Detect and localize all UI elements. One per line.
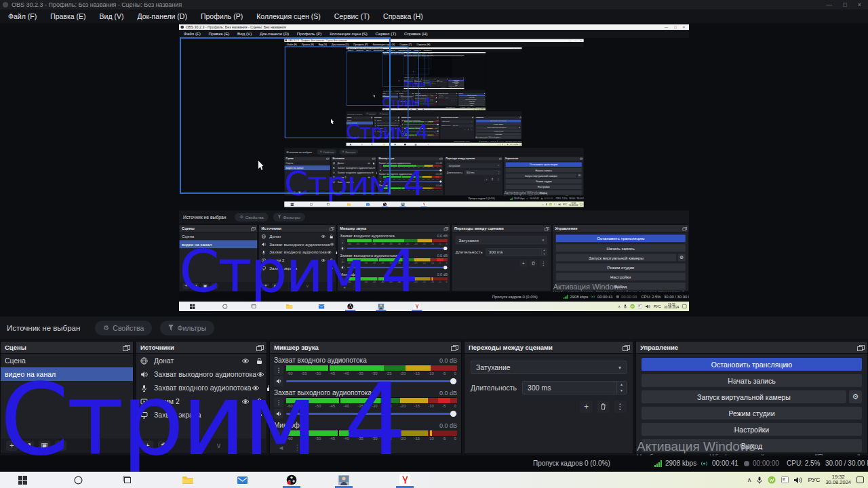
mail-app-icon[interactable] bbox=[420, 88, 421, 89]
tray-money-icon[interactable] bbox=[768, 476, 776, 484]
add-transition-button[interactable]: + bbox=[464, 128, 467, 131]
action-center-icon[interactable] bbox=[856, 476, 864, 483]
spin-down-icon[interactable]: ▾ bbox=[542, 252, 547, 256]
taskbar-clock[interactable]: 19:32 30.08.2024 bbox=[481, 108, 484, 110]
popout-icon[interactable] bbox=[440, 158, 442, 160]
studio-mode-button[interactable]: Режим студии bbox=[476, 129, 521, 132]
tray-expand-icon[interactable]: ∧ bbox=[747, 476, 752, 483]
action-center-icon[interactable] bbox=[464, 88, 465, 89]
start-recording-button[interactable]: Начать запись bbox=[476, 123, 521, 126]
settings-button[interactable]: Настройки bbox=[556, 273, 686, 281]
settings-button[interactable]: Настройки bbox=[506, 185, 582, 190]
popout-icon[interactable] bbox=[123, 345, 129, 350]
studio-mode-button[interactable]: Режим студии bbox=[642, 407, 862, 420]
action-center-icon[interactable] bbox=[580, 203, 583, 205]
action-center-icon[interactable] bbox=[519, 144, 521, 145]
transition-select[interactable]: Затухание ▾ bbox=[471, 361, 627, 374]
close-button[interactable]: × bbox=[683, 25, 685, 29]
tray-expand-icon[interactable]: ∧ bbox=[618, 304, 620, 308]
popout-icon[interactable] bbox=[456, 93, 457, 94]
tray-language-bar-icon[interactable] bbox=[475, 109, 476, 110]
search-icon[interactable] bbox=[309, 201, 314, 207]
duration-input[interactable]: 300 ms ▴▾ bbox=[444, 98, 456, 99]
spin-down-icon[interactable]: ▾ bbox=[471, 126, 473, 127]
start-virtual-camera-button[interactable]: Запуск виртуальной камеры bbox=[642, 390, 846, 403]
start-button[interactable] bbox=[187, 302, 197, 311]
taskbar-clock[interactable]: 19:32 30.08.2024 bbox=[569, 203, 578, 207]
mail-app-icon[interactable] bbox=[317, 302, 326, 311]
transition-select[interactable]: Затухание ▾ bbox=[447, 163, 500, 168]
transition-properties-button[interactable]: ⋮ bbox=[447, 83, 448, 84]
virtual-camera-settings-button[interactable]: ⚙ bbox=[577, 174, 582, 178]
add-transition-button[interactable]: + bbox=[484, 177, 489, 181]
tray-volume-icon[interactable] bbox=[794, 476, 802, 484]
remove-transition-button[interactable] bbox=[454, 100, 455, 101]
popout-icon[interactable] bbox=[451, 345, 457, 350]
tray-money-icon[interactable] bbox=[630, 304, 635, 308]
virtual-camera-settings-button[interactable]: ⚙ bbox=[678, 253, 686, 261]
menu-edit[interactable]: Правка (E) bbox=[43, 9, 92, 23]
language-indicator[interactable]: РУС bbox=[808, 476, 820, 483]
taskbar-clock[interactable]: 19:32 30.08.2024 bbox=[825, 474, 851, 485]
tray-language-bar-icon[interactable] bbox=[781, 476, 789, 483]
task-view-button[interactable] bbox=[249, 302, 258, 311]
taskbar-clock[interactable]: 19:32 30.08.2024 bbox=[513, 144, 519, 146]
task-view-button[interactable] bbox=[119, 472, 136, 488]
tray-language-bar-icon[interactable] bbox=[554, 203, 557, 205]
scene-canvas[interactable]: OBS 30.2.3 - Профиль: Без названия - Сце… bbox=[179, 24, 689, 311]
menu-help[interactable]: Справка (H) bbox=[427, 54, 433, 55]
duration-spinner[interactable]: ▴▾ bbox=[541, 249, 547, 256]
transition-select[interactable]: Затухание ▾ bbox=[438, 95, 456, 96]
tray-volume-icon[interactable] bbox=[507, 144, 509, 145]
mail-app-icon[interactable] bbox=[365, 201, 370, 207]
menu-tools[interactable]: Сервис (T) bbox=[328, 9, 376, 23]
remove-transition-button[interactable] bbox=[467, 128, 470, 131]
duration-input[interactable]: 300 ms ▴▾ bbox=[486, 248, 547, 256]
stop-streaming-button[interactable]: Остановить трансляцию bbox=[506, 162, 582, 167]
tray-expand-icon[interactable]: ∧ bbox=[542, 203, 543, 205]
duration-spinner[interactable]: ▴▾ bbox=[616, 382, 626, 394]
menu-help[interactable]: Справка (H) bbox=[414, 42, 433, 47]
popout-icon[interactable] bbox=[499, 158, 501, 160]
slider-knob[interactable] bbox=[437, 124, 439, 125]
start-recording-button[interactable]: Начать запись bbox=[642, 374, 862, 387]
spin-up-icon[interactable]: ▴ bbox=[617, 382, 626, 388]
virtual-camera-settings-button[interactable]: ⚙ bbox=[849, 390, 862, 403]
start-virtual-camera-button[interactable]: Запуск виртуальной камеры bbox=[476, 126, 517, 129]
menu-docks[interactable]: Док-панели (D) bbox=[130, 9, 193, 23]
tray-microphone-icon[interactable] bbox=[757, 476, 762, 484]
menu-profile[interactable]: Профиль (P) bbox=[194, 9, 250, 23]
action-center-icon[interactable] bbox=[682, 304, 686, 308]
popout-icon[interactable] bbox=[683, 227, 686, 230]
transition-properties-button[interactable]: ⋮ bbox=[496, 177, 500, 181]
remove-transition-button[interactable] bbox=[597, 401, 610, 413]
maximize-button[interactable]: □ bbox=[843, 1, 846, 8]
task-view-button[interactable] bbox=[326, 201, 331, 207]
popout-icon[interactable] bbox=[437, 117, 439, 119]
file-explorer-icon[interactable] bbox=[285, 302, 294, 311]
tray-language-bar-icon[interactable] bbox=[505, 144, 506, 145]
slider-knob[interactable] bbox=[450, 378, 456, 384]
spin-down-icon[interactable]: ▾ bbox=[497, 173, 500, 175]
transition-properties-button[interactable]: ⋮ bbox=[471, 128, 473, 131]
source-selection-box[interactable] bbox=[180, 37, 391, 194]
language-indicator[interactable]: РУС bbox=[563, 203, 567, 205]
remove-transition-button[interactable] bbox=[530, 260, 537, 267]
slider-knob[interactable] bbox=[443, 266, 447, 269]
slider-knob[interactable] bbox=[443, 247, 447, 250]
menu-help[interactable]: Справка (H) bbox=[376, 9, 430, 23]
transition-select[interactable]: Затухание ▾ bbox=[456, 237, 547, 245]
popout-icon[interactable] bbox=[256, 345, 262, 350]
tray-volume-icon[interactable] bbox=[558, 203, 561, 206]
stop-streaming-button[interactable]: Остановить трансляцию bbox=[556, 235, 686, 242]
add-transition-button[interactable]: + bbox=[519, 260, 527, 267]
filters-button[interactable]: Фильтры bbox=[160, 321, 214, 336]
menu-file[interactable]: Файл (F) bbox=[1, 9, 43, 23]
transition-properties-button[interactable]: ⋮ bbox=[456, 100, 457, 101]
start-virtual-camera-button[interactable]: Запуск виртуальной камеры bbox=[556, 253, 676, 261]
popout-icon[interactable] bbox=[251, 227, 254, 230]
minimize-button[interactable]: — bbox=[570, 39, 572, 41]
studio-mode-button[interactable]: Режим студии bbox=[556, 264, 686, 271]
tray-microphone-icon[interactable] bbox=[545, 203, 547, 206]
tray-volume-icon[interactable] bbox=[477, 109, 477, 110]
